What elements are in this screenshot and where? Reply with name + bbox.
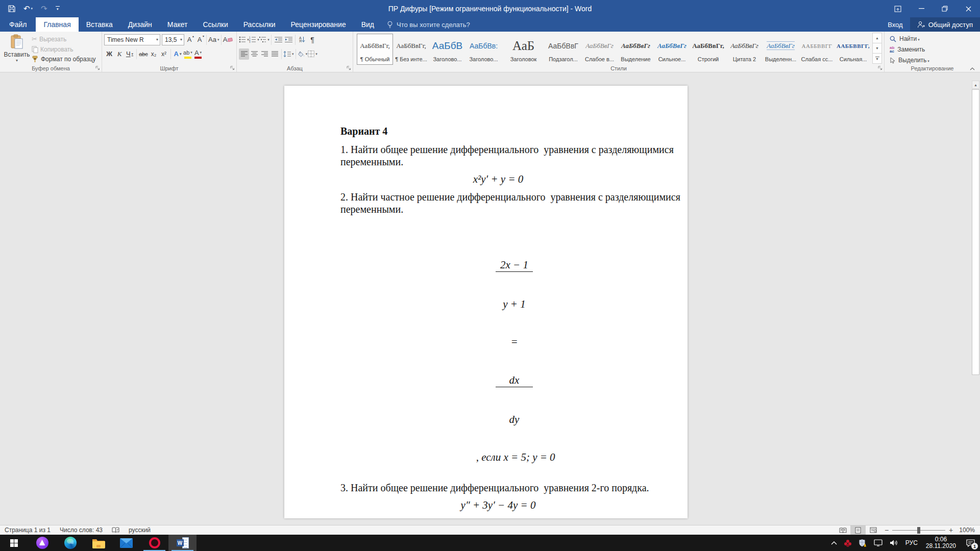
read-mode-button[interactable] (835, 525, 850, 535)
zoom-slider[interactable] (892, 525, 945, 535)
collapse-ribbon-icon[interactable] (970, 67, 975, 70)
justify-button[interactable] (270, 48, 280, 60)
styles-dialog-launcher-icon[interactable] (877, 65, 883, 71)
taskbar-yandex-browser[interactable] (28, 535, 56, 551)
language-indicator[interactable]: русский (124, 525, 155, 535)
underline-button[interactable]: Ч (125, 48, 135, 60)
style-no-spacing[interactable]: АаБбВвГг,¶ Без инте... (393, 34, 429, 65)
style-title[interactable]: АаБЗаголовок (502, 34, 545, 65)
style-quote2[interactable]: АаБбВвГгЦитата 2 (726, 34, 763, 65)
replace-button[interactable]: abac Заменить (890, 44, 978, 55)
tab-layout[interactable]: Макет (160, 17, 195, 32)
font-color-button[interactable]: А (193, 48, 203, 60)
customize-quick-access-icon[interactable] (56, 6, 60, 11)
taskbar-edge[interactable] (56, 535, 84, 551)
tray-network[interactable] (870, 535, 886, 551)
styles-gallery-more-icon[interactable]: ▼ (872, 53, 882, 64)
sort-button[interactable]: А Я (297, 34, 307, 45)
tab-home[interactable]: Главная (36, 17, 78, 32)
font-size-combo[interactable]: 13,5 (162, 34, 184, 45)
align-right-button[interactable] (259, 48, 270, 60)
web-layout-button[interactable] (866, 525, 881, 535)
undo-dropdown-icon[interactable]: ▾ (31, 7, 33, 11)
shading-button[interactable] (298, 48, 308, 60)
document-page[interactable]: Вариант 4 1. Найти общее решение диффере… (284, 86, 688, 518)
style-intense-quote[interactable]: АаБбВвГгВыделенн... (763, 34, 799, 65)
style-normal[interactable]: АаБбВвГг,¶ Обычный (357, 34, 393, 65)
zoom-out-button[interactable]: − (881, 526, 892, 534)
start-button[interactable] (0, 535, 28, 551)
style-emphasis[interactable]: АаБбВвГгВыделение (618, 34, 654, 65)
taskbar-file-explorer[interactable] (84, 535, 112, 551)
undo-button[interactable]: ▾ (23, 4, 33, 13)
italic-button[interactable]: К (114, 48, 125, 60)
zoom-slider-thumb[interactable] (917, 527, 920, 534)
styles-scroll-up-icon[interactable]: ▲ (872, 33, 882, 43)
styles-scroll-down-icon[interactable]: ▼ (872, 43, 882, 54)
taskbar-mail[interactable] (112, 535, 140, 551)
tab-insert[interactable]: Вставка (79, 17, 120, 32)
style-subtitle[interactable]: АаБбВвГПодзагол... (545, 34, 581, 65)
style-intense-emphasis[interactable]: АаБбВвГгСильное... (654, 34, 690, 65)
print-layout-button[interactable] (850, 525, 866, 535)
tab-file[interactable]: Файл (0, 17, 36, 32)
shrink-font-button[interactable]: А (194, 34, 205, 45)
style-heading2[interactable]: АаБбВв:Заголово... (465, 34, 502, 65)
superscript-button[interactable]: x² (159, 48, 169, 60)
bold-button[interactable]: Ж (104, 48, 114, 60)
select-button[interactable]: Выделить (890, 55, 978, 65)
style-subtle-emphasis[interactable]: АаБбВвГгСлабое в... (581, 34, 618, 65)
numbering-button[interactable]: 123 (249, 34, 259, 45)
action-center-button[interactable]: 1 (961, 535, 980, 551)
page-indicator[interactable]: Страница 1 из 1 (0, 525, 55, 535)
style-heading1[interactable]: АаБбВЗаголово... (429, 34, 465, 65)
grow-font-button[interactable]: А (184, 34, 194, 45)
style-subtle-reference[interactable]: ААББВВГГСлабая сс... (799, 34, 835, 65)
restore-button[interactable] (933, 0, 957, 17)
tell-me-box[interactable]: Что вы хотите сделать? (387, 17, 470, 32)
scroll-up-icon[interactable] (972, 81, 979, 89)
vertical-scrollbar[interactable] (972, 81, 979, 523)
paragraph-dialog-launcher-icon[interactable] (346, 65, 352, 71)
tray-antivirus-icon[interactable] (841, 535, 855, 551)
decrease-indent-button[interactable] (273, 34, 283, 45)
bullets-button[interactable] (239, 34, 249, 45)
borders-button[interactable] (308, 48, 318, 60)
tray-language[interactable]: РУС (902, 535, 921, 551)
find-button[interactable]: Найти (890, 34, 978, 44)
align-left-button[interactable] (239, 48, 249, 60)
show-paragraph-marks-button[interactable]: ¶ (307, 34, 317, 45)
align-center-button[interactable] (249, 48, 259, 60)
scrollbar-thumb[interactable] (972, 89, 979, 375)
strikethrough-button[interactable]: abc (138, 48, 149, 60)
tab-references[interactable]: Ссылки (195, 17, 235, 32)
tray-clock[interactable]: 0:06 28.11.2020 (921, 535, 961, 551)
minimize-button[interactable] (910, 0, 933, 17)
tab-design[interactable]: Дизайн (120, 17, 160, 32)
close-button[interactable] (957, 0, 980, 17)
zoom-in-button[interactable]: + (945, 526, 957, 534)
multilevel-list-button[interactable] (259, 34, 270, 45)
highlight-color-button[interactable]: ab (183, 48, 193, 60)
taskbar-word[interactable] (168, 535, 197, 551)
format-painter-button[interactable]: Формат по образцу (32, 55, 96, 64)
style-strong[interactable]: АаБбВвГг,Строгий (690, 34, 726, 65)
line-spacing-button[interactable] (283, 48, 294, 60)
text-effects-button[interactable]: А (173, 48, 183, 60)
tab-view[interactable]: Вид (354, 17, 382, 32)
tray-volume[interactable] (886, 535, 902, 551)
style-intense-reference[interactable]: ААББВВГГ,Сильная... (835, 34, 871, 65)
paste-button[interactable]: Вставить (2, 33, 32, 64)
proofing-status[interactable] (107, 525, 124, 535)
zoom-level[interactable]: 100% (957, 527, 980, 534)
font-dialog-launcher-icon[interactable] (230, 65, 235, 71)
tray-show-hidden-icons[interactable] (827, 535, 841, 551)
save-icon[interactable] (8, 5, 15, 12)
clipboard-dialog-launcher-icon[interactable] (95, 65, 101, 71)
sign-in-button[interactable]: Вход (880, 17, 910, 32)
change-case-button[interactable]: Аа (208, 34, 219, 45)
clear-formatting-button[interactable]: А (223, 34, 233, 45)
share-button[interactable]: Общий доступ (910, 17, 980, 32)
subscript-button[interactable]: x₂ (149, 48, 159, 60)
tab-mailings[interactable]: Рассылки (236, 17, 283, 32)
